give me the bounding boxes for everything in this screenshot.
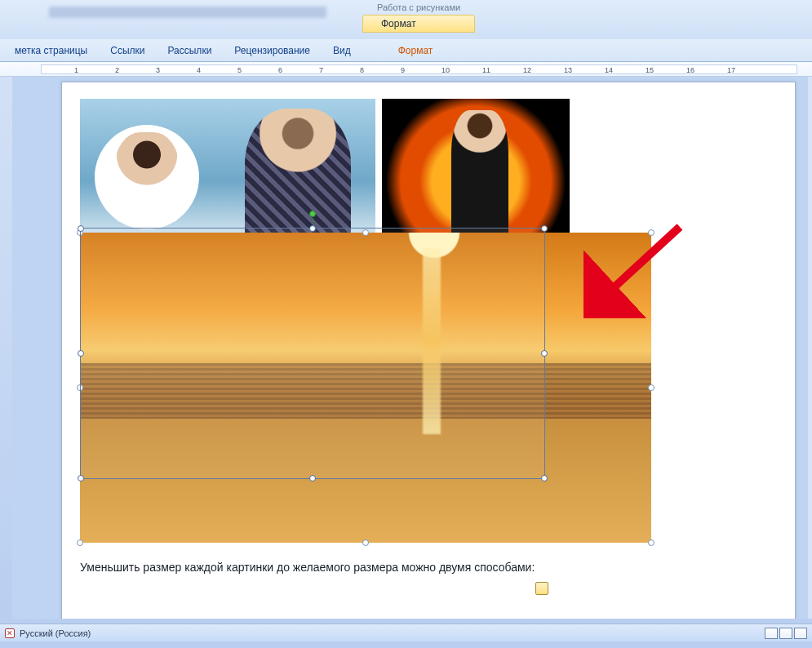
tab-format[interactable]: Формат [387,41,445,60]
contextual-tab-group: Работа с рисунками Формат [362,0,475,33]
crop-handle-bottom-mid[interactable] [309,475,316,482]
crop-handle-mid-right[interactable] [541,350,548,357]
crop-handle-top-left[interactable] [78,225,84,232]
view-print-layout-icon[interactable] [765,628,778,639]
vertical-scrollbar[interactable] [808,77,812,619]
inserted-image-1[interactable] [80,99,375,249]
resize-handle-bottom-left[interactable] [77,539,83,546]
tab-mailings[interactable]: Рассылки [156,41,223,60]
ruler-mark-14: 14 [605,66,613,74]
resize-handle-top-right[interactable] [648,229,654,236]
ruler-mark-10: 10 [441,66,450,74]
view-mode-icons [765,628,807,639]
ruler-track: 1234567891011121314151617 [41,64,797,74]
document-page[interactable]: Уменьшить размер каждой картинки до жела… [61,82,796,619]
person-figure-2 [245,109,351,247]
selected-image-container[interactable] [80,233,651,543]
document-body-text: Уменьшить размер каждой картинки до жела… [80,561,535,574]
crop-frame[interactable] [80,228,545,479]
ruler-mark-9: 9 [401,66,405,74]
ruler-mark-15: 15 [646,66,654,74]
ruler-mark-6: 6 [278,66,282,74]
ruler-mark-2: 2 [115,66,119,74]
person-figure-3 [451,110,508,241]
tab-view[interactable]: Вид [322,41,362,60]
ruler-mark-5: 5 [237,66,242,74]
view-web-layout-icon[interactable] [794,628,807,639]
title-bar: Работа с рисунками Формат [0,0,812,39]
spellcheck-icon[interactable]: ✕ [5,628,15,638]
ruler-mark-7: 7 [319,66,323,74]
ruler-mark-3: 3 [156,66,160,74]
tab-review[interactable]: Рецензирование [223,41,322,60]
ruler-mark-8: 8 [360,66,364,74]
view-full-screen-icon[interactable] [779,628,792,639]
resize-handle-bottom-mid[interactable] [362,539,369,546]
ruler-mark-1: 1 [74,66,78,74]
image-row [80,99,570,249]
ruler-mark-17: 17 [727,66,735,74]
ruler-mark-13: 13 [564,66,572,74]
crop-handle-bottom-right[interactable] [541,475,548,482]
ruler-mark-11: 11 [482,66,490,74]
resize-handle-bottom-right[interactable] [648,539,654,546]
crop-handle-top-right[interactable] [541,225,548,232]
ruler-mark-12: 12 [523,66,531,74]
ruler-mark-4: 4 [197,66,201,74]
paste-options-icon[interactable] [535,582,548,595]
resize-handle-mid-right[interactable] [648,384,654,391]
person-figure-1 [114,132,180,222]
status-bar: ✕ Русский (Россия) [0,624,812,641]
contextual-tab-format[interactable]: Формат [362,15,475,33]
rotation-handle[interactable] [309,211,316,217]
app-window: Работа с рисунками Формат метка страницы… [0,0,812,648]
ribbon-tabs: метка страницы Ссылки Рассылки Рецензиро… [0,39,812,62]
status-language[interactable]: Русский (Россия) [20,628,91,638]
crop-handle-bottom-left[interactable] [78,475,84,482]
document-area[interactable]: Уменьшить размер каждой картинки до жела… [12,77,808,619]
circle-portrait-frame [95,125,199,229]
crop-handle-top-mid[interactable] [309,225,316,232]
document-title-blurred [49,7,326,18]
ruler-mark-16: 16 [686,66,694,74]
horizontal-ruler[interactable]: 1234567891011121314151617 [0,62,812,77]
tab-references[interactable]: Ссылки [99,41,156,60]
crop-handle-mid-left[interactable] [78,350,84,357]
contextual-tab-group-label: Работа с рисунками [362,0,475,15]
tab-page-layout[interactable]: метка страницы [3,41,99,60]
